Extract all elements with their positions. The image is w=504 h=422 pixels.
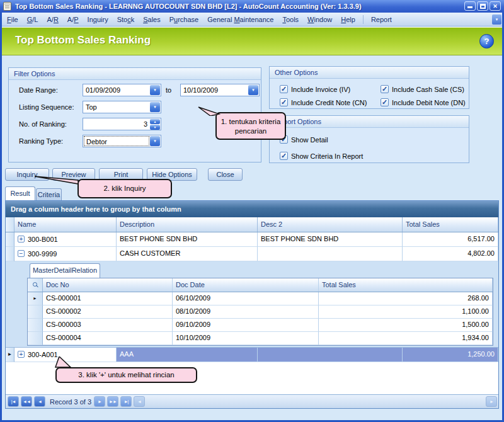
detail-cell-doc-no[interactable]: CS-000004	[43, 332, 173, 345]
listing-sequence-combo[interactable]: Top ▼	[83, 101, 161, 113]
cell-total-sales[interactable]: 1,250.00	[403, 348, 498, 362]
cell-total-sales[interactable]: 4,802.00	[403, 247, 498, 261]
detail-cell-total-sales[interactable]: 1,934.00	[319, 332, 493, 345]
detail-row-cs-000001[interactable]: ►CS-00000106/10/2009268.00	[28, 292, 493, 305]
maximize-button[interactable]	[477, 1, 488, 11]
checkbox-include-invoice-iv[interactable]: ✓	[280, 85, 288, 93]
date-from-dropdown-icon[interactable]: ▼	[150, 85, 160, 95]
close-button[interactable]: ✕	[490, 1, 501, 11]
nav-prev-page-button[interactable]: ◄◄	[21, 396, 32, 407]
ranking-type-dropdown-icon[interactable]: ▼	[150, 136, 160, 146]
date-range-label: Date Range:	[19, 86, 58, 94]
expand-icon[interactable]: +	[18, 236, 25, 242]
nav-last-button[interactable]: ►|	[120, 396, 132, 407]
menu-item-sales[interactable]: Sales	[139, 13, 165, 26]
detail-cell-doc-date[interactable]: 09/10/2009	[173, 319, 319, 332]
menu-item-help[interactable]: Help	[336, 13, 360, 26]
detail-row-cs-000002[interactable]: CS-00000208/10/20091,100.00	[28, 305, 493, 319]
date-to-combo[interactable]: 10/10/2009 ▼	[180, 84, 260, 96]
menu-bar: FileG/LA/RA/PInquiryStockSalesPurchaseGe…	[0, 13, 504, 26]
menu-item-g-l[interactable]: G/L	[23, 13, 43, 26]
menu-item-inquiry[interactable]: Inquiry	[83, 13, 113, 26]
date-to-dropdown-icon[interactable]: ▼	[248, 85, 258, 95]
nav-scroll-left-button[interactable]: ◄	[134, 396, 145, 407]
table-row-300-9999[interactable]: −300-9999CASH CUSTOMER4,802.00	[6, 247, 498, 261]
nav-next-page-button[interactable]: ►►	[107, 396, 118, 407]
menu-item-tools[interactable]: Tools	[278, 13, 303, 26]
no-of-ranking-field[interactable]: 3 ▲▼	[83, 118, 161, 130]
nav-scroll-right-button[interactable]: ►	[486, 396, 497, 407]
checkbox-include-debit-note-dn[interactable]: ✓	[381, 98, 389, 106]
nav-prev-button[interactable]: ◄	[34, 396, 45, 407]
detail-cell-total-sales[interactable]: 268.00	[319, 292, 493, 305]
checkbox-label: Include Invoice (IV)	[291, 86, 350, 93]
menu-item-a-r[interactable]: A/R	[43, 13, 63, 26]
menu-item-report[interactable]: Report	[367, 13, 396, 26]
detail-cell-doc-no[interactable]: CS-000002	[43, 305, 173, 319]
tab-masterdetailrelation[interactable]: MasterDetailRelation	[30, 263, 100, 278]
menu-item-purchase[interactable]: Purchase	[165, 13, 203, 26]
no-of-ranking-value: 3	[84, 119, 149, 129]
checkbox-show-criteria-in-report[interactable]: ✓	[280, 152, 288, 160]
column-header-name[interactable]: Name	[14, 217, 117, 232]
detail-row-cs-000003[interactable]: CS-00000309/10/20091,500.00	[28, 319, 493, 332]
cell-name[interactable]: −300-9999	[14, 247, 117, 261]
button-close[interactable]: Close	[208, 168, 243, 181]
column-header-desc-2[interactable]: Desc 2	[258, 217, 403, 232]
detail-cell-doc-date[interactable]: 08/10/2009	[173, 305, 319, 319]
menu-item-stock[interactable]: Stock	[113, 13, 139, 26]
table-row-300-b001[interactable]: +300-B001BEST PHONE SDN BHDBEST PHONE SD…	[6, 232, 498, 247]
date-to-value: 10/10/2009	[181, 85, 248, 95]
column-header-total-sales[interactable]: Total Sales	[403, 217, 498, 232]
menu-item-file[interactable]: File	[3, 13, 23, 26]
tab-criteria[interactable]: Criteria	[36, 188, 62, 200]
column-header-description[interactable]: Description	[117, 217, 258, 232]
menu-item-window[interactable]: Window	[303, 13, 336, 26]
detail-column-header-total-sales[interactable]: Total Sales	[319, 278, 493, 292]
cell-desc2[interactable]	[258, 247, 403, 261]
cell-description[interactable]: AAA	[117, 348, 258, 362]
detail-cell-total-sales[interactable]: 1,500.00	[319, 319, 493, 332]
minimize-button[interactable]	[464, 1, 476, 11]
checkbox-include-credit-note-cn[interactable]: ✓	[280, 98, 288, 106]
detail-row-indicator	[28, 319, 43, 332]
nav-first-button[interactable]: |◄	[8, 396, 19, 407]
detail-search-cell[interactable]	[28, 278, 43, 292]
ranking-type-combo[interactable]: Debtor ▼	[83, 135, 161, 147]
spinner-up-icon[interactable]: ▲	[150, 119, 160, 124]
date-from-combo[interactable]: 01/09/2009 ▼	[83, 84, 161, 96]
menu-item-a-p[interactable]: A/P	[63, 13, 83, 26]
listing-sequence-dropdown-icon[interactable]: ▼	[150, 102, 160, 112]
detail-cell-doc-no[interactable]: CS-000003	[43, 319, 173, 332]
detail-column-header-doc-date[interactable]: Doc Date	[173, 278, 319, 292]
cell-name[interactable]: +300-B001	[14, 232, 117, 247]
table-row-300-a001[interactable]: ►+300-A001AAA1,250.00	[6, 348, 498, 362]
cell-description[interactable]: CASH CUSTOMER	[117, 247, 258, 261]
detail-cell-doc-date[interactable]: 10/10/2009	[173, 332, 319, 345]
menu-overflow-button[interactable]: ▼	[492, 14, 501, 25]
cell-desc2[interactable]	[258, 348, 403, 362]
filter-options-title: Filter Options	[9, 68, 261, 80]
spinner-down-icon[interactable]: ▼	[150, 125, 160, 130]
menu-item-general-maintenance[interactable]: General Maintenance	[203, 13, 278, 26]
detail-cell-total-sales[interactable]: 1,100.00	[319, 305, 493, 319]
ranking-type-label: Ranking Type:	[19, 137, 63, 145]
cell-desc2[interactable]: BEST PHONE SDN BHD	[258, 232, 403, 247]
detail-row-cs-000004[interactable]: CS-00000410/10/20091,934.00	[28, 332, 493, 345]
detail-column-header-doc-no[interactable]: Doc No	[43, 278, 173, 292]
listing-sequence-label: Listing Sequence:	[19, 103, 74, 111]
tab-result[interactable]: Result	[5, 186, 35, 200]
group-by-bar[interactable]: Drag a column header here to group by th…	[6, 201, 498, 217]
collapse-icon[interactable]: −	[18, 250, 25, 257]
detail-cell-doc-no[interactable]: CS-000001	[43, 292, 173, 305]
app-icon	[3, 2, 11, 11]
help-icon[interactable]: ?	[479, 34, 494, 48]
nav-next-button[interactable]: ►	[94, 396, 105, 407]
detail-cell-doc-date[interactable]: 06/10/2009	[173, 292, 319, 305]
expand-icon[interactable]: +	[18, 351, 25, 358]
checkbox-include-cash-sale-cs[interactable]: ✓	[381, 85, 389, 93]
record-navigator: |◄◄◄◄►►►►|◄► Record 3 of 3	[6, 394, 498, 408]
no-of-ranking-label: No. of Ranking:	[19, 120, 67, 128]
cell-total-sales[interactable]: 6,517.00	[403, 232, 498, 247]
cell-description[interactable]: BEST PHONE SDN BHD	[117, 232, 258, 247]
